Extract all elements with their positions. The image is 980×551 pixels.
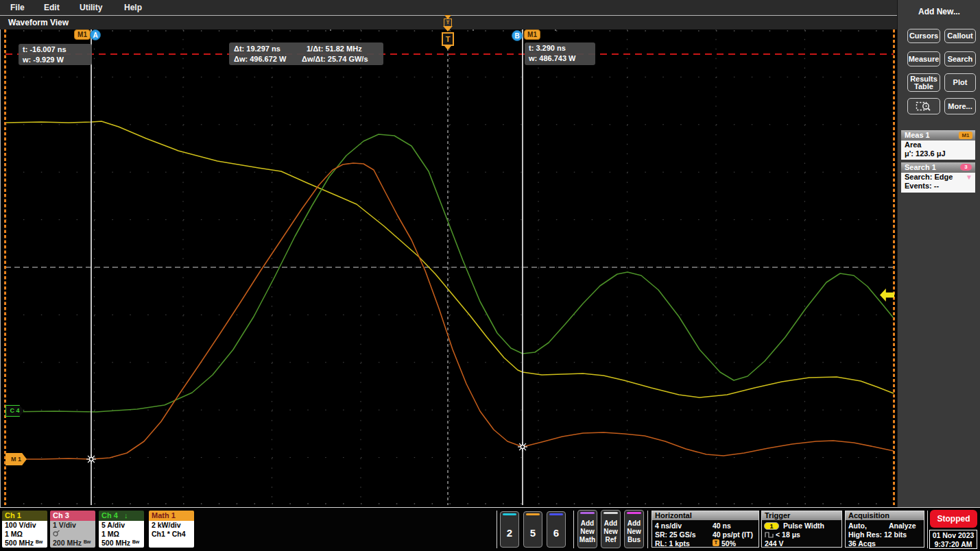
menu-bar: File Edit Utility Help [0, 0, 897, 15]
input-2-button[interactable]: 2 [500, 511, 519, 548]
trigger-source-badge: 1 [764, 522, 779, 530]
cursor-a-value: w: -9.929 W [23, 55, 88, 65]
more-button[interactable]: More... [944, 98, 976, 114]
search1-events: Events: -- [901, 182, 975, 191]
bus-color-stripe [627, 512, 641, 514]
menu-file[interactable]: File [10, 3, 25, 12]
add-new-math-button[interactable]: AddNewMath [577, 510, 597, 548]
run-stop-button[interactable]: Stopped [930, 510, 977, 528]
cursor-b-time: t: 3.290 ns [529, 43, 591, 53]
date: 01 Nov 2023 [930, 531, 977, 540]
delta-w-rate: Δw/Δt: 25.74 GW/s [302, 54, 368, 64]
input-6-button[interactable]: 6 [547, 511, 566, 548]
acq-count: 36 Acqs [848, 539, 876, 548]
divider [647, 511, 648, 548]
menu-edit[interactable]: Edit [44, 3, 60, 12]
cursor-a-time: t: -16.007 ns [23, 45, 88, 55]
trigger-position-icon: T [713, 539, 719, 546]
add-new-ref-button[interactable]: AddNewRef [601, 510, 621, 548]
cursor-b-readout: t: 3.290 ns w: 486.743 W [525, 42, 595, 65]
cursor-b-m1-badge[interactable]: M1 [524, 29, 540, 40]
delta-w: Δw: 496.672 W [234, 54, 286, 64]
meas1-name: Area [901, 140, 975, 149]
math1-label: Math 1 [149, 511, 194, 521]
search1-header: Search 1 3 [901, 162, 975, 173]
acquisition-panel[interactable]: Acquisition Auto, Analyze High Res: 12 b… [845, 511, 924, 548]
ch3-badge[interactable]: Ch 3 1 V/div 200 MHz ᴮʷ [50, 511, 95, 548]
meas1-panel[interactable]: Meas 1 M1 Area μ': 123.6 μJ [901, 130, 975, 160]
trigger-arrow-icon [443, 26, 453, 32]
meas1-value: μ': 123.6 μJ [901, 149, 975, 158]
math-color-stripe [580, 512, 595, 514]
add-results-table-button[interactable]: Results Table [907, 73, 940, 92]
search1-panel[interactable]: Search 1 3 Search: Edge ▼ Events: -- [901, 162, 975, 193]
input-2-color-stripe [503, 513, 516, 515]
divider [497, 511, 497, 548]
cursor-delta-readout: Δt: 19.297 ns 1/Δt: 51.82 MHz Δw: 496.67… [229, 42, 383, 65]
trigger-panel[interactable]: Trigger 1 Pulse Width < 18 μs 244 V [761, 511, 842, 548]
datetime-display: 01 Nov 2023 9:37:20 AM [929, 530, 977, 549]
trigger-level: 244 V [765, 539, 783, 548]
trigger-title: Trigger [762, 511, 841, 520]
cursor-a-readout: t: -16.007 ns w: -9.929 W [19, 44, 92, 65]
ch4-label: Ch 4 ↓ [99, 511, 144, 521]
pulse-width-icon [765, 531, 774, 538]
acq-mode: Auto, [848, 522, 867, 530]
ch4-offset-arrow-icon: ↓ [124, 511, 128, 519]
add-plot-button[interactable]: Plot [944, 73, 976, 92]
trigger-type: Pulse Width [783, 522, 824, 530]
add-new-title: Add New... [898, 7, 980, 16]
menu-utility[interactable]: Utility [80, 3, 102, 12]
probe-icon [53, 530, 95, 539]
add-measure-button[interactable]: Measure [907, 51, 940, 66]
math1-badge[interactable]: Math 1 2 kW/div Ch1 * Ch4 [149, 511, 194, 548]
zoom-select-button[interactable] [907, 98, 940, 114]
add-cursors-button[interactable]: Cursors [907, 29, 940, 43]
oscilloscope-app: File Edit Utility Help Waveform View T M… [0, 0, 980, 551]
input-6-color-stripe [549, 513, 563, 515]
cursor-b-value: w: 486.743 W [529, 53, 591, 64]
time: 9:37:20 AM [930, 540, 977, 549]
ch1-label: Ch 1 [2, 511, 47, 521]
add-search-button[interactable]: Search [944, 51, 976, 66]
acquisition-title: Acquisition [846, 511, 924, 520]
search-mark-icon: ▼ [966, 173, 972, 182]
delta-t: Δt: 19.297 ns [234, 44, 280, 54]
zoom-select-icon [916, 100, 932, 112]
waveform-canvas [0, 0, 980, 551]
trigger-pennant-tail-icon [444, 46, 451, 50]
horizontal-title: Horizontal [652, 511, 758, 520]
input-5-button[interactable]: 5 [523, 511, 542, 548]
ch4-badge[interactable]: Ch 4 ↓ 5 A/div 1 MΩ 500 MHz ᴮʷ [99, 511, 144, 548]
cursor-a-badge[interactable]: A [90, 29, 101, 40]
acq-resolution: High Res: 12 bits [848, 530, 907, 539]
ch3-label: Ch 3 [50, 511, 95, 521]
add-new-bus-button[interactable]: AddNewBus [624, 510, 644, 548]
horizontal-panel[interactable]: Horizontal 4 ns/div 40 ns SR: 25 GS/s 40… [652, 511, 759, 548]
ch1-badge[interactable]: Ch 1 100 V/div 1 MΩ 500 MHz ᴮʷ [2, 511, 47, 548]
divider [573, 511, 574, 548]
inv-delta-t: 1/Δt: 51.82 MHz [307, 44, 362, 54]
meas1-m1-badge: M1 [959, 132, 972, 139]
acq-analyze: Analyze [889, 522, 916, 530]
sidebar: Add New... Cursors Callout Measure Searc… [897, 0, 980, 507]
menu-help[interactable]: Help [124, 3, 142, 12]
ref-color-stripe [603, 512, 618, 514]
trigger-position-marker[interactable]: T [442, 32, 454, 46]
view-tab-label[interactable]: Waveform View [8, 18, 69, 27]
input-5-color-stripe [526, 513, 540, 515]
add-callout-button[interactable]: Callout [944, 29, 976, 43]
search1-type: Search: Edge ▼ [901, 173, 975, 182]
meas1-header: Meas 1 M1 [901, 130, 975, 140]
cursor-b-badge[interactable]: B [512, 30, 523, 41]
cursor-a-m1-badge[interactable]: M1 [74, 29, 91, 40]
divider [927, 511, 928, 548]
search1-count-badge: 3 [960, 164, 972, 171]
trigger-condition: < 18 μs [776, 530, 800, 539]
